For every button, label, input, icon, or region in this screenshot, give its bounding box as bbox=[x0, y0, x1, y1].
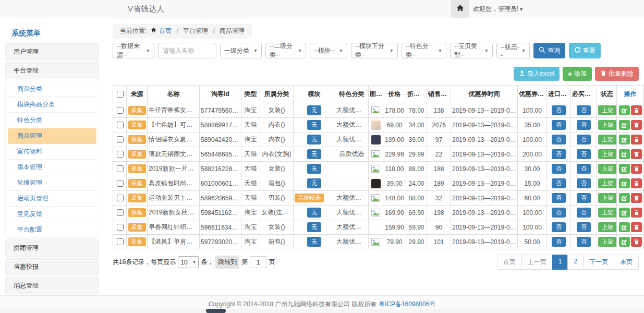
sidebar-subitem-商品管理[interactable]: 商品管理 bbox=[8, 128, 96, 144]
must-buy-toggle-button[interactable]: 否 bbox=[577, 105, 591, 115]
must-buy-toggle-button[interactable]: 否 bbox=[577, 237, 591, 247]
delete-button[interactable] bbox=[631, 193, 642, 203]
search-button[interactable]: 查询 bbox=[533, 43, 565, 58]
select-all-checkbox[interactable] bbox=[117, 91, 124, 98]
sidebar-subitem-平台配置[interactable]: 平台配置 bbox=[8, 222, 96, 237]
row-checkbox[interactable] bbox=[117, 195, 124, 201]
filter-data-source-select[interactable]: --数据来源--▼ bbox=[113, 43, 154, 58]
filter-level1-category-select[interactable]: 一级分类▼ bbox=[220, 43, 262, 58]
filter-module-subcategory-select[interactable]: --模块下分类--▼ bbox=[351, 43, 398, 58]
delete-button[interactable] bbox=[631, 149, 642, 159]
sidebar-item-用户管理[interactable]: 用户管理 bbox=[5, 43, 99, 61]
edit-button[interactable] bbox=[619, 208, 630, 218]
page-first[interactable]: 首页 bbox=[497, 255, 522, 270]
status-button[interactable]: 上架 bbox=[598, 222, 617, 232]
must-buy-toggle-button[interactable]: 否 bbox=[577, 222, 591, 232]
row-checkbox[interactable] bbox=[117, 136, 124, 143]
sidebar-subitem-意见反馈[interactable]: 意见反馈 bbox=[8, 207, 96, 222]
import-toggle-button[interactable]: 否 bbox=[552, 222, 566, 232]
filter-item-type-select[interactable]: --宝贝类型--▼ bbox=[450, 43, 493, 58]
must-buy-toggle-button[interactable]: 否 bbox=[577, 178, 591, 188]
row-checkbox[interactable] bbox=[117, 180, 124, 187]
must-buy-toggle-button[interactable]: 否 bbox=[577, 208, 591, 218]
must-buy-toggle-button[interactable]: 否 bbox=[577, 164, 591, 174]
sidebar-item-省惠快报[interactable]: 省惠快报 bbox=[5, 258, 99, 275]
must-buy-toggle-button[interactable]: 否 bbox=[577, 135, 591, 145]
status-button[interactable]: 上架 bbox=[598, 193, 617, 203]
delete-button[interactable] bbox=[631, 237, 642, 247]
sidebar-subitem-启动页管理[interactable]: 启动页管理 bbox=[8, 191, 96, 207]
delete-button[interactable] bbox=[631, 222, 642, 232]
sidebar-subitem-模块商品分类[interactable]: 模块商品分类 bbox=[8, 97, 96, 113]
edit-button[interactable] bbox=[619, 222, 630, 232]
edit-button[interactable] bbox=[619, 178, 630, 188]
row-checkbox[interactable] bbox=[117, 224, 124, 231]
import-toggle-button[interactable]: 否 bbox=[552, 193, 566, 203]
reset-button[interactable]: 重置 bbox=[569, 43, 601, 58]
horizontal-scrollbar-thumb[interactable] bbox=[206, 309, 226, 313]
row-checkbox[interactable] bbox=[117, 165, 124, 172]
edit-button[interactable] bbox=[619, 193, 630, 203]
status-button[interactable]: 上架 bbox=[598, 105, 617, 115]
import-toggle-button[interactable]: 否 bbox=[552, 120, 566, 130]
edit-button[interactable] bbox=[619, 105, 630, 115]
filter-level2-category-select[interactable]: --二级分类--▼ bbox=[265, 43, 306, 58]
delete-button[interactable] bbox=[631, 208, 642, 218]
breadcrumb-home-link[interactable]: 首页 bbox=[159, 27, 172, 34]
edit-button[interactable] bbox=[619, 149, 630, 159]
status-button[interactable]: 上架 bbox=[598, 120, 617, 130]
import-toggle-button[interactable]: 否 bbox=[552, 237, 566, 247]
row-checkbox[interactable] bbox=[117, 151, 124, 158]
add-button[interactable]: + 添加 bbox=[563, 67, 592, 81]
sidebar-subitem-版本管理[interactable]: 版本管理 bbox=[8, 160, 96, 175]
sidebar-subitem-特色分类[interactable]: 特色分类 bbox=[8, 113, 96, 128]
row-checkbox[interactable] bbox=[117, 122, 124, 128]
sidebar-subitem-商品分类[interactable]: 商品分类 bbox=[8, 81, 96, 97]
delete-button[interactable] bbox=[631, 105, 642, 115]
page-size-select[interactable]: 10 ▼ bbox=[178, 256, 199, 268]
import-toggle-button[interactable]: 否 bbox=[552, 149, 566, 159]
icp-link[interactable]: 粤ICP备16098006号 bbox=[379, 300, 435, 308]
filter-module-select[interactable]: --模块--▼ bbox=[310, 43, 347, 58]
import-toggle-button[interactable]: 否 bbox=[552, 178, 566, 188]
import-toggle-button[interactable]: 否 bbox=[552, 105, 566, 115]
status-button[interactable]: 上架 bbox=[598, 149, 617, 159]
status-button[interactable]: 上架 bbox=[598, 178, 617, 188]
page-1[interactable]: 1 bbox=[552, 255, 568, 270]
status-button[interactable]: 上架 bbox=[598, 135, 617, 145]
must-buy-toggle-button[interactable]: 否 bbox=[577, 149, 591, 159]
sidebar-item-拼团管理[interactable]: 拼团管理 bbox=[5, 239, 99, 257]
row-checkbox[interactable] bbox=[117, 209, 124, 216]
row-checkbox[interactable] bbox=[117, 238, 124, 245]
status-button[interactable]: 上架 bbox=[598, 237, 617, 247]
delete-button[interactable] bbox=[631, 164, 642, 174]
page-last[interactable]: 末页 bbox=[614, 255, 639, 270]
import-toggle-button[interactable]: 否 bbox=[552, 208, 566, 218]
import-toggle-button[interactable]: 否 bbox=[552, 135, 566, 145]
sidebar-item-平台管理[interactable]: 平台管理 bbox=[5, 62, 99, 79]
import-excel-button[interactable]: 导入excel bbox=[514, 67, 560, 81]
page-prev[interactable]: 上一页 bbox=[521, 255, 553, 270]
page-next[interactable]: 下一页 bbox=[583, 255, 614, 270]
batch-delete-button[interactable]: 批量删除 bbox=[595, 67, 639, 81]
import-toggle-button[interactable]: 否 bbox=[552, 164, 566, 174]
status-button[interactable]: 上架 bbox=[598, 208, 617, 218]
home-button[interactable] bbox=[451, 0, 469, 18]
filter-feature-category-select[interactable]: --特色分类--▼ bbox=[402, 43, 446, 58]
sidebar-subitem-宣传物料[interactable]: 宣传物料 bbox=[8, 144, 96, 160]
delete-button[interactable] bbox=[631, 178, 642, 188]
filter-status-select[interactable]: --状态--▼ bbox=[496, 43, 530, 58]
jump-page-input[interactable] bbox=[250, 256, 266, 268]
must-buy-toggle-button[interactable]: 否 bbox=[577, 193, 591, 203]
filter-name-input[interactable] bbox=[158, 43, 216, 58]
delete-button[interactable] bbox=[631, 120, 642, 130]
page-2[interactable]: 2 bbox=[567, 255, 584, 270]
edit-button[interactable] bbox=[619, 120, 630, 130]
must-buy-toggle-button[interactable]: 否 bbox=[577, 120, 591, 130]
sidebar-subitem-轮播管理[interactable]: 轮播管理 bbox=[8, 175, 96, 191]
edit-button[interactable] bbox=[619, 237, 630, 247]
edit-button[interactable] bbox=[619, 164, 630, 174]
user-menu[interactable]: 欢迎您，管理员!▾ bbox=[473, 0, 523, 18]
status-button[interactable]: 上架 bbox=[598, 164, 617, 174]
row-checkbox[interactable] bbox=[117, 107, 124, 114]
